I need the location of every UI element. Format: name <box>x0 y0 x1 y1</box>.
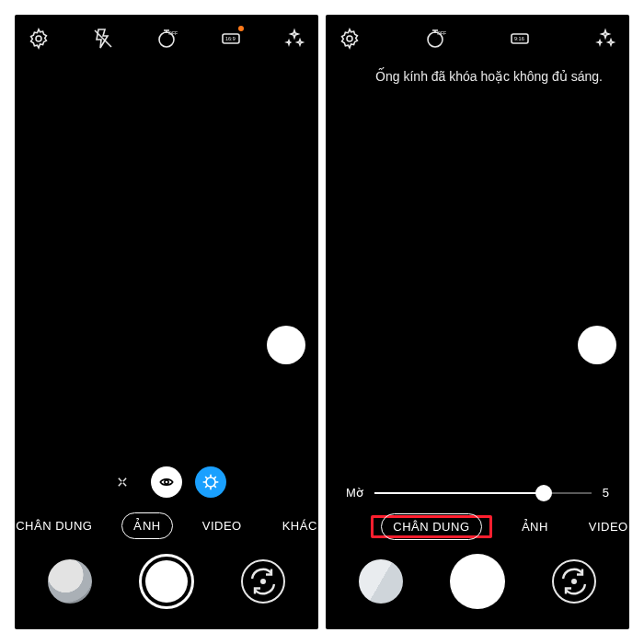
capture-controls <box>326 554 629 609</box>
filters-icon[interactable] <box>283 28 305 50</box>
comparison-wrapper: OFF 16:9 <box>0 0 644 644</box>
slider-knob[interactable] <box>535 485 552 501</box>
slider-track[interactable] <box>374 492 592 494</box>
blur-slider-label: Mờ <box>346 486 363 500</box>
timer-off-icon[interactable]: OFF <box>155 28 178 50</box>
camera-screen-portrait-mode: OFF 9:16 Ống kính đã khóa hoặc không đủ … <box>326 15 629 629</box>
bottom-panel: Mờ 5 CHÂN DUNG ẢNH VIDEO <box>326 478 629 629</box>
top-toolbar: OFF 16:9 <box>15 15 318 59</box>
settings-icon[interactable] <box>339 28 361 50</box>
settings-icon[interactable] <box>28 28 50 50</box>
mode-photo-selected[interactable]: ẢNH <box>121 512 172 539</box>
svg-point-7 <box>206 477 215 487</box>
tutorial-highlight: CHÂN DUNG <box>371 515 491 538</box>
camera-screen-photo-mode: OFF 16:9 <box>15 15 318 629</box>
bottom-panel: CHÂN DUNG ẢNH VIDEO KHÁC <box>15 459 318 629</box>
ar-sticker-icon[interactable] <box>195 466 226 498</box>
mode-selector[interactable]: CHÂN DUNG ẢNH VIDEO KHÁC <box>15 512 318 539</box>
mode-video[interactable]: VIDEO <box>191 513 253 538</box>
slider-fill <box>374 492 544 494</box>
scene-optimizer-icon[interactable] <box>107 466 138 498</box>
svg-point-6 <box>165 480 168 484</box>
effect-chips-row <box>15 466 318 498</box>
mode-portrait-selected[interactable]: CHÂN DUNG <box>381 513 481 540</box>
indicator-dot <box>238 26 244 31</box>
aspect-ratio-16-9-icon[interactable]: 16:9 <box>220 28 242 50</box>
mode-selector[interactable]: CHÂN DUNG ẢNH VIDEO <box>326 514 629 539</box>
mode-other[interactable]: KHÁC <box>271 513 318 538</box>
svg-text:16:9: 16:9 <box>225 36 236 41</box>
switch-camera-button[interactable] <box>552 559 596 604</box>
svg-point-8 <box>347 36 352 41</box>
shutter-button[interactable] <box>139 554 194 609</box>
timer-off-icon[interactable]: OFF <box>424 28 446 50</box>
filters-icon[interactable] <box>594 28 616 50</box>
floating-shutter-button[interactable] <box>267 326 305 364</box>
shutter-button[interactable] <box>450 554 505 609</box>
top-toolbar: OFF 9:16 <box>326 15 629 59</box>
floating-shutter-button[interactable] <box>578 326 616 364</box>
aspect-ratio-9-16-icon[interactable]: 9:16 <box>509 28 531 50</box>
blur-slider-value: 5 <box>603 486 609 500</box>
mode-video[interactable]: VIDEO <box>578 514 629 539</box>
blur-slider[interactable]: Mờ 5 <box>326 486 629 500</box>
capture-controls <box>15 554 318 609</box>
switch-camera-button[interactable] <box>241 559 285 604</box>
gallery-thumbnail[interactable] <box>359 559 403 604</box>
svg-point-0 <box>36 36 41 41</box>
svg-text:9:16: 9:16 <box>514 36 524 41</box>
bixby-vision-icon[interactable] <box>151 466 182 498</box>
viewfinder[interactable]: Ống kính đã khóa hoặc không đủ sáng. <box>326 59 629 478</box>
viewfinder[interactable] <box>15 59 318 459</box>
lens-warning-message: Ống kính đã khóa hoặc không đủ sáng. <box>375 68 611 86</box>
mode-photo[interactable]: ẢNH <box>511 514 559 539</box>
flash-off-icon[interactable] <box>92 28 114 50</box>
svg-text:OFF: OFF <box>437 30 446 36</box>
gallery-thumbnail[interactable] <box>48 559 92 604</box>
mode-portrait[interactable]: CHÂN DUNG <box>15 513 103 538</box>
svg-text:OFF: OFF <box>168 30 178 36</box>
